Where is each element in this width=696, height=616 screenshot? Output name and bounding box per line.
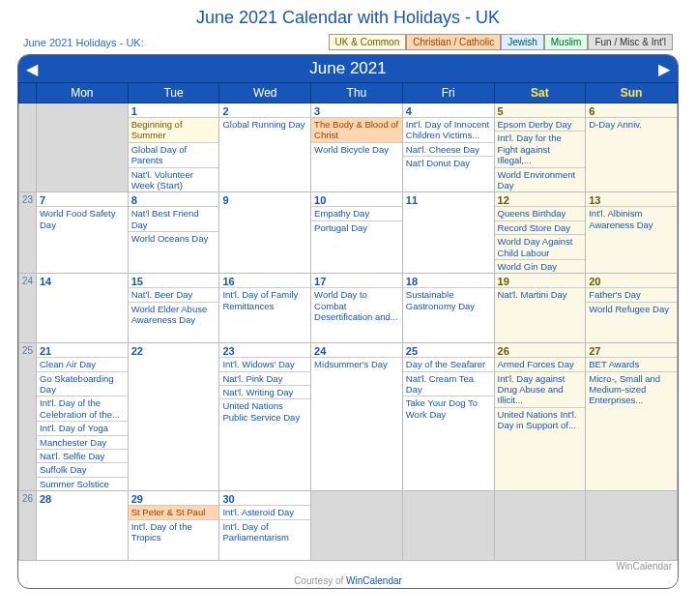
event[interactable]: World Day Against Child Labour <box>495 234 586 259</box>
event[interactable]: Midsummer's Day <box>311 357 402 370</box>
day-cell[interactable]: 28 <box>37 491 129 561</box>
event[interactable]: Sustainable Gastronomy Day <box>403 287 494 312</box>
day-cell[interactable] <box>311 491 403 561</box>
event[interactable]: United Nations Int'l. Day in Support of.… <box>495 407 586 432</box>
event[interactable]: Int'l. Day of the Celebration of the... <box>37 396 128 421</box>
event[interactable]: Int'l. Day of Yoga <box>37 421 128 434</box>
event[interactable]: Nat'l Best Friend Day <box>129 206 219 231</box>
event[interactable]: St Peter & St Paul <box>129 505 219 518</box>
day-cell[interactable]: 21Clean Air DayGo Skateboarding DayInt'l… <box>37 343 129 491</box>
day-cell[interactable]: 26Armed Forces DayInt'l. Day against Dru… <box>494 343 586 491</box>
day-cell[interactable]: 8Nat'l Best Friend DayWorld Oceans Day <box>128 192 219 274</box>
event[interactable]: Day of the Seafarer <box>403 357 494 370</box>
event[interactable]: World Elder Abuse Awareness Day <box>129 302 219 327</box>
day-cell[interactable]: 27BET AwardsMicro-, Small and Medium-siz… <box>586 343 678 491</box>
day-cell[interactable]: 6D-Day Anniv. <box>586 103 678 192</box>
event[interactable]: Int'l. Widows' Day <box>219 357 310 370</box>
event[interactable]: BET Awards <box>586 357 677 370</box>
event[interactable]: Nat'l. Pink Day <box>219 371 310 385</box>
day-cell[interactable]: 9 <box>219 192 311 274</box>
event[interactable]: World Gin Day <box>495 259 586 273</box>
event[interactable]: Beginning of Summer <box>129 117 219 142</box>
day-cell[interactable]: 29St Peter & St PaulInt'l. Day of the Tr… <box>128 491 219 561</box>
event[interactable]: Clean Air Day <box>37 357 128 370</box>
event[interactable]: Go Skateboarding Day <box>37 371 128 396</box>
event[interactable]: Suffolk Day <box>37 462 128 476</box>
event[interactable]: Int'l. Day of Family Remittances <box>219 287 310 312</box>
event[interactable]: Micro-, Small and Medium-sized Enterpris… <box>586 371 677 407</box>
day-cell[interactable]: 19Nat'l. Martini Day <box>494 274 586 343</box>
day-number: 9 <box>219 192 310 206</box>
event[interactable]: Nat'l. Volunteer Week (Start) <box>129 167 219 192</box>
day-cell[interactable]: 13Int'l. Albinism Awareness Day <box>586 192 678 274</box>
event[interactable]: Record Store Day <box>495 220 586 234</box>
event[interactable]: World Refugee Day <box>586 302 677 315</box>
event[interactable]: Portugal Day <box>311 220 402 234</box>
event[interactable]: Armed Forces Day <box>495 357 586 370</box>
day-number: 26 <box>495 343 586 357</box>
event[interactable]: Int'l. Day of Innocent Children Victims.… <box>403 117 494 142</box>
day-cell[interactable]: 10Empathy DayPortugal Day <box>311 192 403 274</box>
event[interactable]: Nat'l Donut Day <box>403 156 494 169</box>
day-cell[interactable] <box>402 491 494 561</box>
event[interactable]: World Environment Day <box>495 167 586 192</box>
day-cell[interactable]: 3The Body & Blood of ChristWorld Bicycle… <box>311 103 403 192</box>
day-number: 27 <box>586 343 677 357</box>
event[interactable]: Manchester Day <box>37 435 128 449</box>
day-cell[interactable]: 18Sustainable Gastronomy Day <box>402 274 494 343</box>
day-cell[interactable]: 23Int'l. Widows' DayNat'l. Pink DayNat'l… <box>219 343 311 491</box>
day-cell[interactable] <box>494 491 586 561</box>
event[interactable]: D-Day Anniv. <box>586 117 677 131</box>
day-cell[interactable]: 1Beginning of SummerGlobal Day of Parent… <box>128 103 219 192</box>
day-cell[interactable]: 2Global Running Day <box>219 103 311 192</box>
event[interactable]: Int'l. Day against Drug Abuse and Illici… <box>495 371 586 407</box>
event[interactable]: United Nations Public Service Day <box>219 398 310 424</box>
day-cell[interactable]: 4Int'l. Day of Innocent Children Victims… <box>402 103 494 192</box>
day-number: 30 <box>219 491 310 505</box>
prev-month-button[interactable]: ◀ <box>26 60 38 78</box>
event[interactable]: Nat'l. Beer Day <box>129 287 219 301</box>
day-cell[interactable]: 16Int'l. Day of Family Remittances <box>219 274 311 343</box>
event[interactable]: Nat'l. Cream Tea Day <box>403 371 494 396</box>
event[interactable]: Nat'l. Martini Day <box>495 287 586 301</box>
next-month-button[interactable]: ▶ <box>658 60 670 78</box>
day-cell[interactable]: 20Father's DayWorld Refugee Day <box>586 274 678 343</box>
day-cell[interactable]: 14 <box>37 274 129 343</box>
event[interactable]: Epsom Derby Day <box>495 117 586 131</box>
event[interactable]: Take Your Dog To Work Day <box>403 396 494 421</box>
event[interactable]: Nat'l. Cheese Day <box>403 142 494 156</box>
event[interactable]: Int'l. Day of the Tropics <box>129 519 219 544</box>
day-number: 14 <box>37 274 128 287</box>
event[interactable]: Nat'l. Selfie Day <box>37 449 128 462</box>
event[interactable]: Int'l. Day for the Fight against Illegal… <box>495 131 586 166</box>
day-cell[interactable]: 17World Day to Combat Desertification an… <box>311 274 403 343</box>
day-cell[interactable]: 15Nat'l. Beer DayWorld Elder Abuse Aware… <box>128 274 219 343</box>
day-number: 7 <box>37 192 128 206</box>
event[interactable]: Int'l. Albinism Awareness Day <box>586 206 677 231</box>
day-cell[interactable]: 24Midsummer's Day <box>311 343 403 491</box>
event[interactable]: Global Running Day <box>219 117 310 131</box>
event[interactable]: The Body & Blood of Christ <box>311 117 402 142</box>
day-cell[interactable] <box>586 491 678 561</box>
event[interactable]: Summer Solstice <box>37 477 128 490</box>
day-cell[interactable]: 25Day of the SeafarerNat'l. Cream Tea Da… <box>402 343 494 491</box>
footer-link[interactable]: WinCalendar <box>346 575 402 586</box>
day-cell[interactable]: 12Queens BirthdayRecord Store DayWorld D… <box>494 192 586 274</box>
day-cell[interactable]: 11 <box>402 192 494 274</box>
event[interactable]: World Day to Combat Desertification and.… <box>311 287 402 323</box>
event[interactable]: Father's Day <box>586 287 677 301</box>
event[interactable]: Int'l. Day of Parliamentarism <box>219 519 310 544</box>
day-cell[interactable]: 7World Food Safety Day <box>37 192 129 274</box>
event[interactable]: Empathy Day <box>311 206 402 220</box>
day-cell[interactable]: 5Epsom Derby DayInt'l. Day for the Fight… <box>494 103 586 192</box>
event[interactable]: Nat'l. Writing Day <box>219 385 310 398</box>
event[interactable]: World Bicycle Day <box>311 142 402 156</box>
event[interactable]: Queens Birthday <box>495 206 586 220</box>
day-cell[interactable]: 30Int'l. Asteroid DayInt'l. Day of Parli… <box>219 491 311 561</box>
event[interactable]: Int'l. Asteroid Day <box>219 505 310 518</box>
event[interactable]: World Food Safety Day <box>37 206 128 231</box>
day-cell[interactable]: 22 <box>128 343 219 491</box>
event[interactable]: World Oceans Day <box>129 231 219 245</box>
day-cell[interactable] <box>37 103 129 192</box>
event[interactable]: Global Day of Parents <box>129 142 219 167</box>
